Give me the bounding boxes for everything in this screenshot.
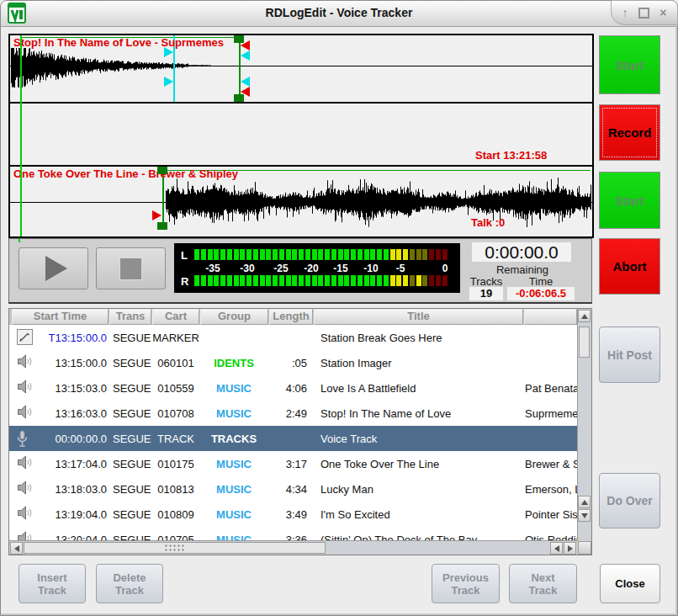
- close-icon[interactable]: ×: [659, 7, 666, 19]
- meter-scale-tick: -15: [333, 263, 347, 274]
- column-header-cart[interactable]: Cart: [152, 309, 199, 325]
- speaker-icon: [17, 405, 34, 422]
- record-button[interactable]: Record: [599, 104, 660, 161]
- cell-trans: SEGUE: [113, 458, 151, 470]
- meter-segment: [358, 249, 363, 260]
- column-header-length[interactable]: Length: [269, 309, 313, 325]
- insert-track-button[interactable]: Insert Track: [19, 564, 86, 603]
- tracks-label: Tracks: [460, 275, 512, 288]
- meter-segment: [227, 275, 232, 286]
- audio-level-meter: L R -35-30-25-20-15-10-50: [174, 243, 460, 293]
- meter-segment: [325, 249, 330, 260]
- meter-segment: [234, 275, 239, 286]
- meter-segment: [201, 249, 206, 260]
- table-row[interactable]: 13:20:04.0SEGUE010705MUSIC3:36(Sittin' O…: [9, 527, 578, 541]
- meter-segment: [194, 275, 199, 286]
- scroll-up-button[interactable]: [578, 496, 591, 508]
- next-track-button[interactable]: Next Track: [509, 564, 577, 603]
- meter-segment: [410, 249, 415, 260]
- scroll-down-button[interactable]: [578, 509, 591, 522]
- segue-marker-icon[interactable]: [241, 40, 250, 50]
- track1-waveform-area[interactable]: Stop! In The Name of Love - Suprmemes: [10, 35, 592, 104]
- maximize-icon[interactable]: [638, 8, 649, 19]
- cell-trans: SEGUE: [113, 332, 151, 344]
- table-row[interactable]: 13:17:04.0SEGUE010175MUSIC3:17One Toke O…: [9, 451, 578, 476]
- close-button[interactable]: Close: [600, 564, 660, 603]
- meter-segment: [208, 275, 213, 286]
- cell-cart: 010809: [149, 508, 203, 521]
- meter-scale-tick: -35: [205, 263, 220, 274]
- hit-post-button[interactable]: Hit Post: [599, 327, 660, 383]
- previous-track-button[interactable]: Previous Track: [432, 564, 500, 603]
- meter-segment: [318, 249, 323, 260]
- meter-segment: [279, 249, 284, 260]
- table-row[interactable]: 13:19:04.0SEGUE010809MUSIC3:49I'm So Exc…: [9, 502, 578, 527]
- horizontal-scrollbar-thumb[interactable]: [24, 542, 326, 554]
- meter-segment: [246, 275, 252, 286]
- speaker-icon: [17, 506, 34, 523]
- column-header-group[interactable]: Group: [200, 309, 268, 325]
- table-row[interactable]: T13:15:00.0SEGUEMARKERStation Break Goes…: [9, 325, 578, 350]
- title-bar: RDLogEdit - Voice Tracker ↑ ×: [0, 0, 678, 27]
- cell-artist: Pointer Sisters: [525, 508, 577, 521]
- column-header-artist[interactable]: [524, 309, 577, 325]
- table-row[interactable]: 13:15:00.0SEGUE060101IDENTS:05Station Im…: [9, 350, 578, 375]
- meter-segment: [253, 249, 258, 260]
- column-header-title[interactable]: Title: [314, 309, 523, 325]
- meter-segment: [253, 275, 258, 286]
- meter-segment: [266, 249, 271, 260]
- cell-length: 4:34: [263, 483, 307, 496]
- stop-button[interactable]: [96, 247, 166, 289]
- delete-track-button[interactable]: Delete Track: [96, 564, 163, 603]
- meter-segment: [344, 275, 349, 286]
- talk-end-marker-icon[interactable]: [241, 50, 250, 61]
- scroll-up-button[interactable]: [578, 310, 591, 322]
- column-header-trans[interactable]: Trans: [109, 309, 151, 325]
- talk-end-marker-icon[interactable]: [241, 77, 250, 87]
- talk-marker-icon[interactable]: [164, 47, 173, 57]
- meter-scale-tick: -20: [304, 263, 318, 274]
- meter-segment: [390, 275, 395, 286]
- cell-cart: 010813: [149, 483, 203, 496]
- start-marker-handle[interactable]: [157, 222, 167, 230]
- do-over-button[interactable]: Do Over: [599, 473, 660, 528]
- cell-length: 3:17: [263, 458, 307, 470]
- right-meter-row: [174, 275, 460, 286]
- meter-segment: [403, 249, 408, 260]
- cell-title: I'm So Excited: [320, 508, 390, 521]
- column-header-start-time[interactable]: Start Time: [12, 309, 109, 325]
- track2-waveform-area[interactable]: One Toke Over The Line - Brewer & Shiple…: [10, 167, 592, 236]
- cell-cart: TRACK: [149, 433, 203, 445]
- table-row[interactable]: 13:18:03.0SEGUE010813MUSIC4:34Lucky ManE…: [9, 476, 578, 502]
- meter-segment: [240, 249, 245, 260]
- abort-button[interactable]: Abort: [599, 238, 660, 295]
- cell-trans: SEGUE: [113, 433, 151, 445]
- window-controls: ↑ ×: [611, 0, 678, 25]
- meter-segment: [214, 249, 219, 260]
- scrollbar-corner: [578, 541, 591, 555]
- start-track2-button[interactable]: Start: [599, 172, 660, 229]
- table-row[interactable]: 13:16:03.0SEGUE010708MUSIC2:49Stop! In T…: [9, 401, 578, 426]
- scroll-right-button[interactable]: [564, 542, 576, 555]
- cell-title: Love Is A Battlefield: [320, 382, 416, 395]
- table-row[interactable]: 00:00:00.0SEGUETRACKTRACKSVoice Track: [9, 426, 578, 451]
- start-marker-handle[interactable]: [157, 167, 167, 174]
- horizontal-scrollbar[interactable]: [9, 540, 578, 555]
- scroll-left-button[interactable]: [10, 542, 23, 555]
- cell-start-time: 13:15:03.0: [34, 382, 107, 395]
- segue-marker-icon[interactable]: [241, 87, 250, 97]
- meter-segment: [246, 249, 252, 260]
- playhead-line[interactable]: [20, 35, 22, 236]
- play-button[interactable]: [19, 247, 88, 289]
- table-row[interactable]: 13:15:03.0SEGUE010559MUSIC4:06Love Is A …: [9, 375, 578, 401]
- vertical-scrollbar-thumb[interactable]: [579, 327, 590, 358]
- scroll-left-button[interactable]: [550, 542, 563, 555]
- shade-icon[interactable]: ↑: [622, 7, 628, 19]
- segue-marker-icon[interactable]: [152, 210, 162, 220]
- cell-trans: SEGUE: [113, 357, 151, 369]
- vertical-scrollbar[interactable]: [577, 309, 591, 541]
- talk-marker-icon[interactable]: [164, 77, 173, 87]
- voice-track-area[interactable]: Start 13:21:58: [10, 104, 592, 167]
- start-track1-button[interactable]: Start: [599, 35, 660, 94]
- remaining-time-value: -0:06:06.5: [507, 287, 575, 300]
